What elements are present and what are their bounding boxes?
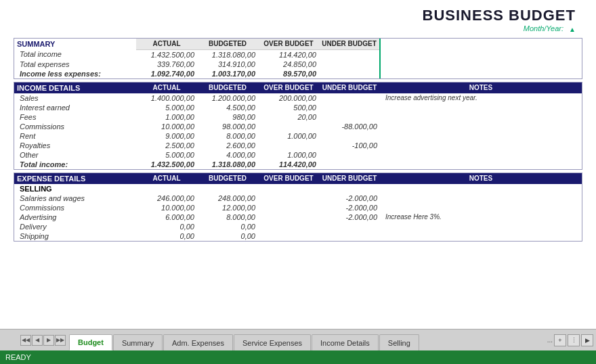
summary-total-income-under: [319, 49, 380, 60]
expense-delivery-budgeted: 0,00: [197, 222, 258, 231]
expense-col-over: OVER BUDGET: [258, 173, 319, 184]
expense-shipping-budgeted: 0,00: [197, 231, 258, 241]
income-total-notes: [380, 160, 582, 169]
income-col-over: OVER BUDGET: [258, 83, 319, 93]
summary-col-actual: ACTUAL: [136, 39, 197, 49]
income-royalties-notes: [380, 141, 582, 150]
tab-nav-area: ◀◀ ◀ ▶ ▶▶: [20, 335, 66, 346]
tab-scroll-right[interactable]: ⋮: [568, 334, 580, 346]
income-interest-notes: [380, 103, 582, 112]
income-rent-over: 1.000,00: [258, 131, 319, 141]
expense-salaries-label: Salaries and wages: [14, 194, 136, 203]
expense-advertising-budgeted: 8.000,00: [197, 212, 258, 222]
income-interest-label: Interest earned: [14, 103, 136, 112]
income-total-label: Total income:: [14, 160, 136, 169]
income-commissions-under: -88.000,00: [319, 122, 380, 131]
expense-advertising-over: [258, 212, 319, 222]
income-commissions-actual: 10.000,00: [136, 122, 197, 131]
expense-section-name: EXPENSE DETAILS: [14, 173, 136, 184]
expense-advertising-notes: Increase Here 3%.: [380, 212, 582, 222]
income-sales-over: 200.000,00: [258, 93, 319, 103]
table-row: Total income: 1.432.500,00 1.318.080,00 …: [14, 160, 582, 169]
expense-shipping-over: [258, 231, 319, 241]
income-commissions-budgeted: 98.000,00: [197, 122, 258, 131]
income-royalties-actual: 2.500,00: [136, 141, 197, 150]
expense-shipping-label: Shipping: [14, 231, 136, 241]
tab-scroll-end[interactable]: ▶: [581, 334, 593, 346]
tab-nav-prev[interactable]: ◀: [32, 335, 43, 346]
summary-total-income-over: 114.420,00: [258, 49, 319, 60]
income-total-over: 114.420,00: [258, 160, 319, 169]
income-interest-actual: 5.000,00: [136, 103, 197, 112]
expense-salaries-over: [258, 194, 319, 203]
summary-col-budgeted: BUDGETED: [197, 39, 258, 49]
tab-ellipsis: ...: [547, 336, 553, 344]
expense-commissions-actual: 10.000,00: [136, 203, 197, 212]
income-sales-notes: Increase advertising next year.: [380, 93, 582, 103]
income-commissions-notes: [380, 122, 582, 131]
expense-commissions-over: [258, 203, 319, 212]
tab-adm-expenses[interactable]: Adm. Expenses: [163, 334, 233, 350]
tab-add-button[interactable]: +: [554, 334, 566, 346]
expense-col-notes: NOTES: [380, 173, 582, 184]
income-sales-label: Sales: [14, 93, 136, 103]
expense-delivery-under: [319, 222, 380, 231]
expense-delivery-actual: 0,00: [136, 222, 197, 231]
expense-advertising-actual: 6.000,00: [136, 212, 197, 222]
table-row: Income less expenses: 1.092.740,00 1.003…: [14, 69, 582, 78]
summary-col-over: OVER BUDGET: [258, 39, 319, 49]
summary-total-expenses-under: [319, 60, 380, 69]
expense-salaries-actual: 246.000,00: [136, 194, 197, 203]
expense-commissions-under: -2.000,00: [319, 203, 380, 212]
income-other-budgeted: 4.000,00: [197, 150, 258, 160]
income-interest-over: 500,00: [258, 103, 319, 112]
expense-shipping-under: [319, 231, 380, 241]
tab-income-details[interactable]: Income Details: [312, 334, 379, 350]
income-fees-notes: [380, 112, 582, 122]
table-row: Interest earned 5.000,00 4.500,00 500,00: [14, 103, 582, 112]
tab-nav-first[interactable]: ◀◀: [20, 335, 31, 346]
status-text: READY: [5, 353, 31, 361]
tab-nav-last[interactable]: ▶▶: [55, 335, 66, 346]
table-row: Other 5.000,00 4.000,00 1.000,00: [14, 150, 582, 160]
income-interest-under: [319, 103, 380, 112]
expense-delivery-notes: [380, 222, 582, 231]
tab-selling[interactable]: Selling: [379, 334, 419, 350]
tab-right-controls: ... + ⋮ ▶: [547, 334, 596, 346]
expense-advertising-under: -2.000,00: [319, 212, 380, 222]
income-fees-actual: 1.000,00: [136, 112, 197, 122]
summary-income-less-budgeted: 1.003.170,00: [197, 69, 258, 78]
income-royalties-under: -100,00: [319, 141, 380, 150]
income-col-under: UNDER BUDGET: [319, 83, 380, 93]
table-row: Shipping 0,00 0,00: [14, 231, 582, 241]
tab-budget[interactable]: Budget: [69, 334, 112, 350]
summary-total-income-label: Total income: [14, 49, 136, 60]
summary-col-under: UNDER BUDGET: [319, 39, 380, 49]
expense-commissions-label: Commissions: [14, 203, 136, 212]
status-bar: READY: [0, 350, 596, 364]
tab-nav-next[interactable]: ▶: [43, 335, 54, 346]
table-row: Commissions 10.000,00 98.000,00 -88.000,…: [14, 122, 582, 131]
selling-subsection-label: SELLING: [14, 184, 582, 194]
expense-salaries-under: -2.000,00: [319, 194, 380, 203]
table-row: Commissions 10.000,00 12.000,00 -2.000,0…: [14, 203, 582, 212]
summary-section-name: SUMMARY: [14, 39, 136, 49]
table-row: Rent 9.000,00 8.000,00 1.000,00: [14, 131, 582, 141]
income-fees-budgeted: 980,00: [197, 112, 258, 122]
expense-col-actual: ACTUAL: [136, 173, 197, 184]
income-total-actual: 1.432.500,00: [136, 160, 197, 169]
summary-total-income-actual: 1.432.500,00: [136, 49, 197, 60]
expense-col-budgeted: BUDGETED: [197, 173, 258, 184]
summary-total-expenses-actual: 339.760,00: [136, 60, 197, 69]
income-sales-budgeted: 1.200.000,00: [197, 93, 258, 103]
tab-summary[interactable]: Summary: [113, 334, 163, 350]
income-royalties-label: Royalties: [14, 141, 136, 150]
summary-total-income-budgeted: 1.318.080,00: [197, 49, 258, 60]
expense-shipping-actual: 0,00: [136, 231, 197, 241]
table-row: Advertising 6.000,00 8.000,00 -2.000,00 …: [14, 212, 582, 222]
tab-bar: ◀◀ ◀ ▶ ▶▶ Budget Summary Adm. Expenses S…: [0, 329, 596, 350]
tab-service-expenses[interactable]: Service Expenses: [234, 334, 311, 350]
table-row: Sales 1.400.000,00 1.200.000,00 200.000,…: [14, 93, 582, 103]
income-other-under: [319, 150, 380, 160]
income-fees-over: 20,00: [258, 112, 319, 122]
